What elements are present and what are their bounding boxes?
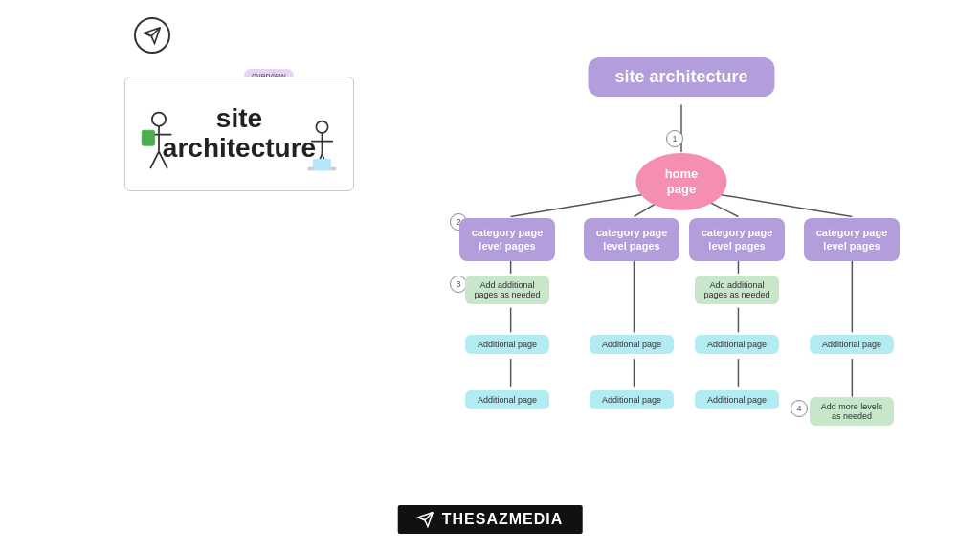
add-more-levels-box: Add more levels as needed [810, 397, 894, 426]
category-box-1: category page level pages [459, 218, 555, 261]
thumbnail-card: sitearchitecture [124, 77, 354, 191]
num-circle-4: 4 [791, 400, 808, 417]
additional-page-col3-2: Additional page [695, 390, 779, 409]
svg-line-4 [150, 151, 159, 168]
svg-rect-6 [142, 130, 154, 145]
thumbnail-title: sitearchitecture [163, 104, 316, 164]
category-box-3: category page level pages [689, 218, 785, 261]
svg-point-1 [152, 113, 166, 126]
category-box-2: category page level pages [584, 218, 679, 261]
brand-name: THESAZMEDIA [442, 511, 564, 528]
svg-line-5 [159, 151, 167, 168]
additional-page-col1-2: Additional page [465, 390, 549, 409]
svg-rect-13 [313, 159, 331, 170]
num-circle-1: 1 [666, 130, 683, 147]
additional-page-col4-1: Additional page [810, 335, 894, 354]
category-box-4: category page level pages [804, 218, 900, 261]
additional-page-col2-1: Additional page [590, 335, 674, 354]
home-page-oval: home page [636, 153, 727, 210]
diagram-area: site architecture 1 home page 2 category… [402, 57, 961, 474]
svg-point-7 [316, 121, 327, 133]
brand-send-icon [417, 511, 434, 528]
additional-page-col1-1: Additional page [465, 335, 549, 354]
logo-icon [134, 17, 170, 54]
site-architecture-title: site architecture [588, 57, 774, 97]
brand-footer: THESAZMEDIA [398, 505, 583, 534]
add-note-box-2: Add additional pages as needed [695, 276, 779, 304]
additional-page-col2-2: Additional page [590, 390, 674, 409]
add-note-box-1: Add additional pages as needed [465, 276, 549, 304]
additional-page-col3-1: Additional page [695, 335, 779, 354]
